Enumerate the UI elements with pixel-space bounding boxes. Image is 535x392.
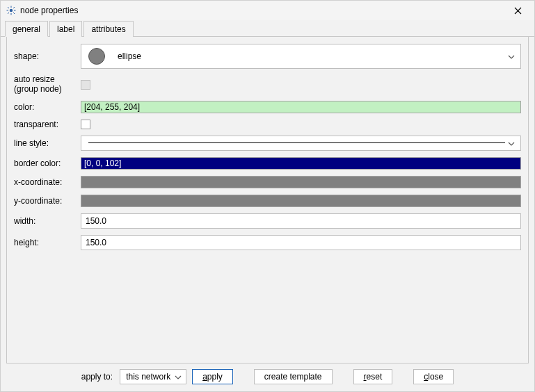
line-sample-icon (88, 142, 505, 143)
app-icon (6, 6, 16, 15)
tab-general[interactable]: general (5, 21, 48, 37)
xcoord-field (81, 176, 521, 188)
general-panel: shape: ellipse auto resize (group node) … (6, 37, 529, 364)
linestyle-label: line style: (14, 138, 81, 148)
width-input[interactable] (81, 213, 521, 229)
color-label: color: (14, 102, 81, 112)
close-window-button[interactable] (506, 3, 529, 17)
node-properties-dialog: node properties general label attributes… (0, 0, 535, 392)
bordercolor-label: border color: (14, 158, 81, 168)
tab-label-label: label (57, 24, 74, 34)
tab-general-label: general (13, 24, 40, 34)
shape-label: shape: (14, 51, 81, 61)
svg-line-8 (8, 13, 9, 14)
shape-dropdown[interactable]: ellipse (81, 44, 521, 69)
svg-point-0 (10, 9, 13, 12)
svg-line-5 (8, 7, 9, 8)
footer-bar: apply to: this network apply create temp… (1, 366, 534, 391)
transparent-checkbox[interactable] (81, 120, 90, 129)
tab-bar: general label attributes (1, 20, 534, 37)
title-bar: node properties (1, 1, 534, 20)
autoresize-label: auto resize (group node) (14, 75, 81, 95)
chevron-down-icon (508, 138, 515, 148)
autoresize-checkbox (81, 80, 90, 90)
color-value: [204, 255, 204] (84, 102, 140, 112)
reset-button[interactable]: reset (353, 369, 393, 384)
applyto-label: apply to: (81, 372, 113, 382)
apply-button[interactable]: apply (192, 369, 233, 384)
color-field[interactable]: [204, 255, 204] (81, 101, 521, 113)
svg-line-7 (13, 7, 15, 8)
ycoord-label: y-coordinate: (14, 196, 81, 206)
tab-attributes-label: attributes (91, 24, 125, 34)
height-input[interactable] (81, 235, 521, 250)
tab-label[interactable]: label (49, 21, 82, 37)
xcoord-label: x-coordinate: (14, 177, 81, 187)
bordercolor-field[interactable]: [0, 0, 102] (81, 157, 521, 170)
height-label: height: (14, 238, 81, 247)
width-label: width: (14, 216, 81, 226)
create-template-button[interactable]: create template (254, 369, 333, 384)
transparent-label: transparent: (14, 120, 81, 129)
chevron-down-icon (508, 51, 515, 61)
close-icon (514, 7, 522, 15)
applyto-dropdown[interactable]: this network (120, 369, 186, 384)
close-button[interactable]: close (413, 369, 454, 384)
shape-value: ellipse (118, 51, 141, 61)
linestyle-dropdown[interactable] (81, 136, 521, 151)
bordercolor-value: [0, 0, 102] (84, 158, 121, 168)
applyto-value: this network (126, 372, 170, 382)
chevron-down-icon (175, 372, 182, 382)
window-title: node properties (20, 6, 78, 15)
tab-attributes[interactable]: attributes (83, 21, 133, 37)
svg-line-6 (13, 13, 15, 14)
shape-preview-icon (88, 48, 105, 65)
ycoord-field (81, 195, 521, 207)
